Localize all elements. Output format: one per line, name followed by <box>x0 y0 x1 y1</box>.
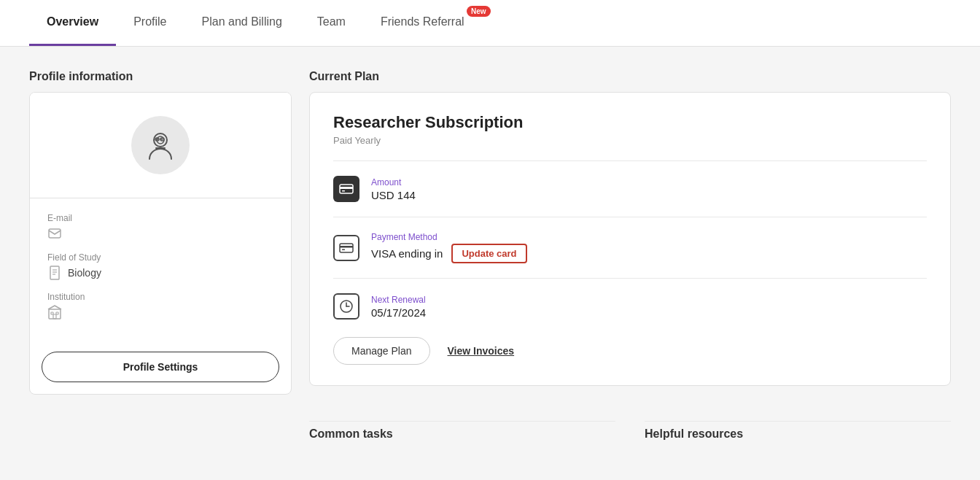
field-study-icon <box>47 266 62 280</box>
update-card-button[interactable]: Update card <box>451 244 526 263</box>
plan-name: Researcher Subscription <box>333 113 927 132</box>
svg-rect-5 <box>49 229 61 238</box>
main-content: Profile information <box>0 47 980 464</box>
next-renewal-value: 05/17/2024 <box>371 306 426 319</box>
manage-plan-button[interactable]: Manage Plan <box>333 337 430 365</box>
field-of-study-value: Biology <box>68 267 101 279</box>
next-renewal-label: Next Renewal <box>371 295 426 305</box>
avatar-icon <box>142 127 179 163</box>
plan-divider-1 <box>333 160 927 161</box>
payment-method-value: VISA ending in Update card <box>371 244 527 263</box>
svg-rect-18 <box>340 246 353 248</box>
avatar-section <box>30 93 291 198</box>
svg-rect-19 <box>342 249 345 250</box>
profile-section-title: Profile information <box>29 70 292 83</box>
tab-overview[interactable]: Overview <box>29 0 116 46</box>
field-of-study-field: Field of Study Biology <box>47 252 273 280</box>
tab-friends-referral[interactable]: Friends Referral New <box>363 0 494 46</box>
tab-team[interactable]: Team <box>300 0 363 46</box>
plan-divider-2 <box>333 217 927 217</box>
amount-value: USD 144 <box>371 189 416 201</box>
email-icon <box>47 226 62 241</box>
amount-label: Amount <box>371 177 416 187</box>
svg-rect-13 <box>53 314 56 319</box>
email-field: E-mail <box>47 213 273 241</box>
renewal-icon <box>333 293 359 320</box>
svg-rect-16 <box>342 190 345 192</box>
new-badge: New <box>467 6 491 17</box>
tab-plan-billing[interactable]: Plan and Billing <box>184 0 300 46</box>
svg-rect-17 <box>340 244 353 252</box>
svg-rect-15 <box>340 187 353 189</box>
tab-profile[interactable]: Profile <box>116 0 184 46</box>
svg-rect-6 <box>50 266 59 279</box>
plan-divider-3 <box>333 278 927 279</box>
svg-rect-12 <box>56 312 58 314</box>
plan-actions: Manage Plan View Invoices <box>333 337 927 365</box>
helpful-resources-section: Helpful resources <box>645 403 951 441</box>
plan-section-title: Current Plan <box>309 70 951 83</box>
plan-card: Researcher Subscription Paid Yearly Amou… <box>309 92 951 386</box>
info-section: E-mail Field of Study <box>30 198 291 346</box>
amount-row: Amount USD 144 <box>333 176 927 202</box>
helpful-resources-title: Helpful resources <box>645 421 951 441</box>
common-tasks-section: Common tasks <box>309 403 615 441</box>
plan-frequency: Paid Yearly <box>333 135 927 146</box>
institution-icon <box>47 305 62 320</box>
payment-method-label: Payment Method <box>371 232 527 242</box>
payment-icon <box>333 235 359 261</box>
left-panel: Profile information <box>29 70 292 441</box>
profile-settings-button[interactable]: Profile Settings <box>42 352 279 382</box>
bottom-sections: Common tasks Helpful resources <box>309 403 951 441</box>
svg-rect-11 <box>51 312 53 314</box>
view-invoices-button[interactable]: View Invoices <box>448 345 515 357</box>
top-navigation: Overview Profile Plan and Billing Team F… <box>0 0 980 47</box>
avatar <box>131 116 190 174</box>
right-panel: Current Plan Researcher Subscription Pai… <box>309 70 951 441</box>
amount-icon <box>333 176 359 202</box>
next-renewal-row: Next Renewal 05/17/2024 <box>333 293 927 320</box>
payment-method-row: Payment Method VISA ending in Update car… <box>333 232 927 263</box>
institution-field: Institution <box>47 292 273 320</box>
profile-card: E-mail Field of Study <box>29 92 292 395</box>
common-tasks-title: Common tasks <box>309 421 615 441</box>
